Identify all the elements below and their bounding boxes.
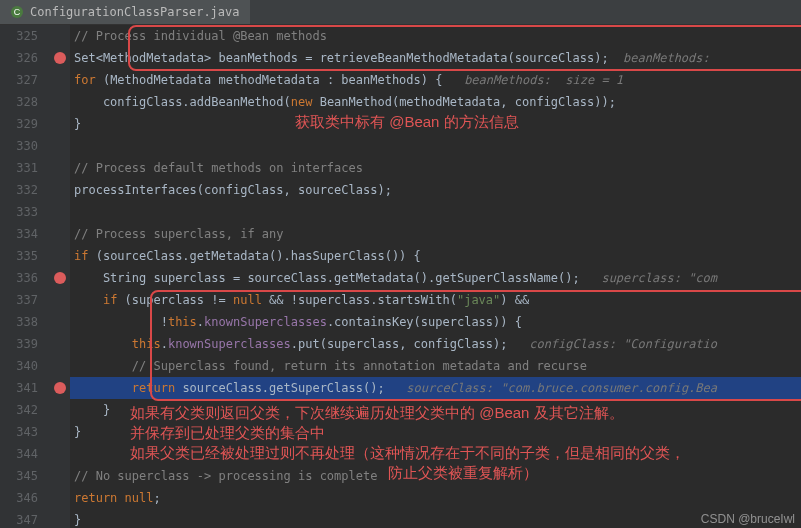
line-number: 330 [0, 135, 38, 157]
java-class-icon: C [10, 5, 24, 19]
line-number: 332 [0, 179, 38, 201]
code-line: for (MethodMetadata methodMetadata : bea… [70, 69, 801, 91]
line-number: 343 [0, 421, 38, 443]
line-number: 345 [0, 465, 38, 487]
code-line: // Superclass found, return its annotati… [70, 355, 801, 377]
line-number: 325 [0, 25, 38, 47]
code-line: configClass.addBeanMethod(new BeanMethod… [70, 91, 801, 113]
code-line: Set<MethodMetadata> beanMethods = retrie… [70, 47, 801, 69]
code-line: processInterfaces(configClass, sourceCla… [70, 179, 801, 201]
line-number-gutter: 3253263273283293303313323333343353363373… [0, 25, 50, 528]
file-tab[interactable]: C ConfigurationClassParser.java [0, 0, 250, 24]
svg-text:C: C [14, 7, 21, 17]
line-number: 338 [0, 311, 38, 333]
code-line [70, 135, 801, 157]
editor: 3253263273283293303313323333343353363373… [0, 25, 801, 528]
annotation-text-2: 如果有父类则返回父类，下次继续遍历处理父类中的 @Bean 及其它注解。 并保存… [130, 403, 685, 483]
code-line: !this.knownSuperclasses.containsKey(supe… [70, 311, 801, 333]
breakpoint-icon[interactable] [54, 52, 66, 64]
code-line: // Process superclass, if any [70, 223, 801, 245]
code-line-highlighted: return sourceClass.getSuperClass(); sour… [70, 377, 801, 399]
line-number: 344 [0, 443, 38, 465]
tab-bar: C ConfigurationClassParser.java [0, 0, 801, 25]
breakpoint-icon[interactable] [54, 272, 66, 284]
code-line [70, 201, 801, 223]
line-number: 326 [0, 47, 38, 69]
code-line: String superclass = sourceClass.getMetad… [70, 267, 801, 289]
line-number: 333 [0, 201, 38, 223]
code-line: } [70, 509, 801, 528]
line-number: 334 [0, 223, 38, 245]
annotation-text-1: 获取类中标有 @Bean 的方法信息 [295, 113, 519, 132]
line-number: 327 [0, 69, 38, 91]
watermark: CSDN @bruceIwl [701, 512, 795, 526]
code-line: this.knownSuperclasses.put(superclass, c… [70, 333, 801, 355]
line-number: 339 [0, 333, 38, 355]
line-number: 329 [0, 113, 38, 135]
line-number: 335 [0, 245, 38, 267]
line-number: 336 [0, 267, 38, 289]
code-area[interactable]: // Process individual @Bean methods Set<… [70, 25, 801, 528]
breakpoint-gutter[interactable] [50, 25, 70, 528]
line-number: 328 [0, 91, 38, 113]
code-line: return null; [70, 487, 801, 509]
code-line: // Process individual @Bean methods [70, 25, 801, 47]
line-number: 341 [0, 377, 38, 399]
code-line: // Process default methods on interfaces [70, 157, 801, 179]
tab-filename: ConfigurationClassParser.java [30, 5, 240, 19]
code-line: if (superclass != null && !superclass.st… [70, 289, 801, 311]
line-number: 337 [0, 289, 38, 311]
breakpoint-icon[interactable] [54, 382, 66, 394]
line-number: 342 [0, 399, 38, 421]
line-number: 331 [0, 157, 38, 179]
line-number: 347 [0, 509, 38, 528]
line-number: 346 [0, 487, 38, 509]
code-line: if (sourceClass.getMetadata().hasSuperCl… [70, 245, 801, 267]
line-number: 340 [0, 355, 38, 377]
